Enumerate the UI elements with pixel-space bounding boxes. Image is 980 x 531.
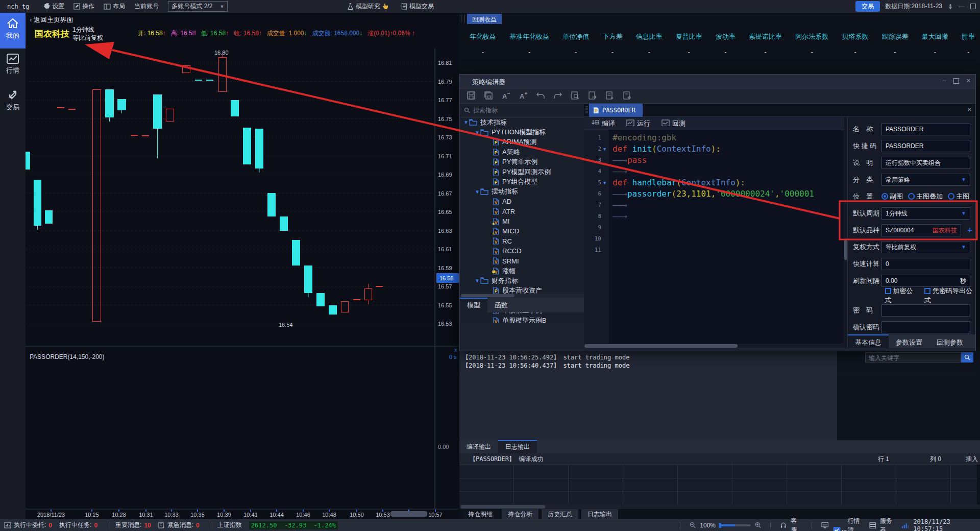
indicator-search[interactable]: 搜索指标 — [460, 104, 584, 117]
undo-icon[interactable] — [536, 91, 545, 100]
window-restore-icon[interactable] — [970, 4, 976, 9]
backtest-button[interactable]: 回测 — [662, 119, 685, 128]
checkbox-凭密码导出公式[interactable]: 凭密码导出公式 — [924, 286, 975, 305]
code-hscrollbar-thumb[interactable] — [584, 344, 738, 348]
form-input[interactable] — [881, 304, 970, 317]
tab-基本信息[interactable]: 基本信息 — [848, 334, 889, 348]
run-button[interactable]: 运行 — [626, 119, 650, 128]
form-select[interactable]: 1分钟线▼ — [881, 207, 970, 220]
default-symbol-input[interactable]: SZ000004国农科技 — [881, 224, 961, 236]
tree-file-RC[interactable]: VRC — [460, 236, 584, 246]
maximize-icon[interactable] — [953, 78, 959, 84]
add-symbol-button[interactable]: + — [967, 225, 972, 235]
tab-回测参数[interactable]: 回测参数 — [929, 334, 970, 348]
compile-button[interactable]: 编译 — [591, 119, 615, 128]
window-minimize-icon[interactable]: — — [959, 3, 965, 10]
close-icon[interactable]: × — [966, 77, 970, 84]
quote-item: 高: 16.58 — [171, 29, 196, 38]
checkbox-加密公式[interactable]: 加密公式 — [885, 286, 918, 305]
fold-arrow-icon[interactable]: ▼ — [603, 143, 606, 155]
radio-副图[interactable]: 副图 — [881, 192, 903, 201]
code-vscrollbar-thumb[interactable] — [844, 239, 847, 260]
tree-item-label: 财务指标 — [492, 276, 518, 285]
trade-button[interactable]: 交易 — [855, 1, 880, 12]
tree-file-ATR[interactable]: VATR — [460, 207, 584, 216]
tree-file-A策略[interactable]: PA策略 — [460, 147, 584, 157]
tree-file-PY简单示例[interactable]: PPY简单示例 — [460, 157, 584, 167]
tree-file-PY组合模型[interactable]: PPY组合模型 — [460, 177, 584, 186]
menu-settings[interactable]: 设置 — [43, 2, 64, 11]
expand-arrow-icon[interactable]: ▼ — [474, 278, 480, 283]
form-input[interactable]: 0 — [881, 258, 970, 270]
zoom-in-icon[interactable] — [755, 522, 761, 528]
save-all-icon[interactable] — [484, 91, 493, 100]
pin-icon[interactable] — [947, 4, 953, 10]
sidebar-item-home[interactable]: 我的 — [0, 13, 26, 49]
editor-titlebar[interactable]: 策略编辑器 – × — [460, 75, 975, 88]
menu-operate[interactable]: 操作 — [74, 2, 94, 11]
tab-passorder[interactable]: P PASSORDER — [589, 104, 643, 117]
zoom-slider[interactable] — [720, 524, 751, 526]
sidebar-item-swap-arrows[interactable]: 交易 — [0, 84, 26, 120]
tree-file-SRMI[interactable]: VSRMI — [460, 256, 584, 266]
tree-folder-摆动指标[interactable]: ▼摆动指标 — [460, 187, 584, 197]
monitor-icon[interactable] — [821, 522, 828, 528]
save-icon[interactable] — [467, 91, 476, 100]
doc-settings-icon[interactable] — [623, 91, 632, 100]
tree-file-MICD[interactable]: V±MICD — [460, 226, 584, 236]
tab-模型[interactable]: 模型 — [460, 298, 487, 312]
svg-text:V: V — [495, 210, 498, 215]
form-input[interactable]: PASSORDER — [881, 140, 970, 152]
form-select[interactable]: 常用策略▼ — [881, 174, 970, 186]
tree-file-AD[interactable]: VAD — [460, 197, 584, 206]
sidebar-item-quote-chart[interactable]: 行情 — [0, 49, 26, 84]
tree-file-PY模型回测示例[interactable]: PPY模型回测示例 — [460, 167, 584, 177]
code-vscrollbar[interactable] — [844, 117, 847, 348]
index-label[interactable]: 上证指数 — [217, 521, 242, 529]
form-input[interactable]: 0.00秒 — [881, 275, 970, 287]
tree-file-RCCD[interactable]: VRCCD — [460, 246, 584, 256]
expand-arrow-icon[interactable]: ▼ — [474, 189, 480, 195]
menu-layout[interactable]: 布局 — [104, 2, 125, 11]
fold-arrow-icon[interactable]: ▼ — [603, 177, 606, 188]
tab-参数设置[interactable]: 参数设置 — [889, 334, 929, 348]
tree-file-ARIMA预测[interactable]: PARIMA预测 — [460, 137, 584, 147]
tree-file-单股模型示例B[interactable]: V单股模型示例B — [460, 316, 584, 323]
server-label[interactable]: 服务器 — [880, 517, 897, 531]
radio-主图叠加[interactable]: 主图叠加 — [908, 192, 943, 201]
new-doc-icon[interactable] — [606, 91, 615, 100]
font-decrease-icon[interactable]: A — [502, 91, 510, 100]
form-input[interactable] — [881, 321, 970, 333]
quote-source[interactable]: 10 行情源 — [833, 517, 865, 531]
back-to-home[interactable]: ‹ 返回主页界面 — [30, 15, 74, 25]
tree-folder-技术指标[interactable]: ▼技术指标 — [460, 117, 584, 127]
tab-model-research[interactable]: 模型研究 — [347, 2, 388, 11]
zoom-out-icon[interactable] — [690, 522, 696, 528]
service-label[interactable]: 客服 — [791, 517, 803, 531]
form-input[interactable]: PASSORDER — [881, 123, 970, 135]
tree-file-涨幅[interactable]: V涨幅 — [460, 266, 584, 276]
minimize-icon[interactable]: – — [943, 77, 946, 84]
font-increase-icon[interactable]: A — [519, 91, 528, 100]
tree-hscrollbar[interactable] — [460, 294, 584, 298]
form-select[interactable]: 等比前复权▼ — [881, 241, 970, 253]
drag-grip-icon[interactable] — [585, 106, 589, 114]
close-tab-icon[interactable]: × — [967, 106, 971, 113]
export-doc-icon[interactable] — [589, 91, 597, 100]
form-input[interactable]: 运行指数中买卖组合 — [881, 157, 970, 169]
tree-hscrollbar-thumb[interactable] — [461, 294, 514, 297]
tab-model-trade[interactable]: 模型交易 — [401, 2, 434, 11]
code-hscrollbar[interactable] — [584, 344, 844, 348]
radio-主图[interactable]: 主图 — [948, 192, 969, 201]
svg-text:P: P — [495, 160, 498, 165]
redo-icon[interactable] — [554, 91, 562, 100]
tree-folder-财务指标[interactable]: ▼财务指标 — [460, 276, 584, 285]
tree-file-MI[interactable]: V±MI — [460, 216, 584, 226]
tab-函数[interactable]: 函数 — [487, 298, 515, 312]
account-mode-dropdown[interactable]: 多账号模式 2/2 ▼ — [168, 1, 228, 12]
expand-arrow-icon[interactable]: ▼ — [474, 130, 480, 135]
find-in-doc-icon[interactable] — [571, 91, 580, 100]
code-editor[interactable]: 1#encoding:gbk2▼def init(ContextInfo):3—… — [584, 130, 844, 344]
tree-folder-PYTHON模型指标[interactable]: ▼PYTHON模型指标 — [460, 127, 584, 137]
expand-arrow-icon[interactable]: ▼ — [463, 119, 469, 125]
